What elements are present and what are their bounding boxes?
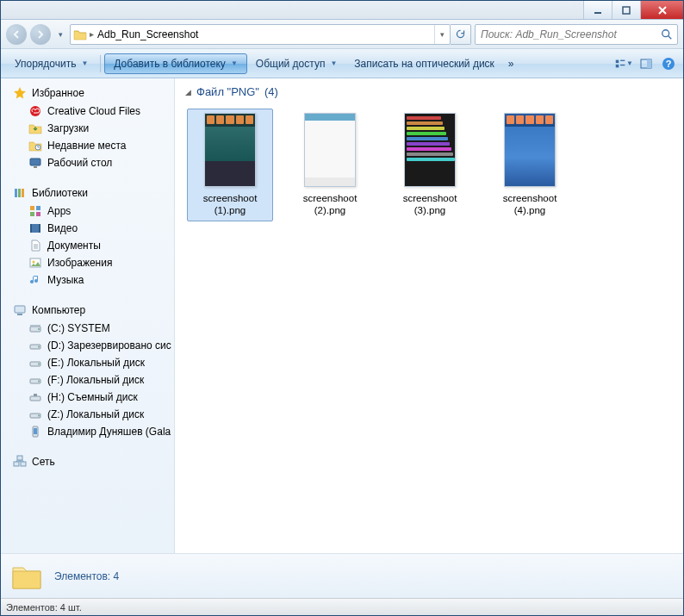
- file-name: screenshoot (3).png: [391, 192, 469, 217]
- apps-icon: [28, 204, 42, 218]
- sidebar-item-comp-2[interactable]: (E:) Локальный диск: [1, 354, 174, 371]
- address-dropdown[interactable]: ▾: [434, 25, 450, 44]
- svg-rect-19: [36, 206, 40, 210]
- svg-rect-18: [30, 206, 34, 210]
- sidebar-item-comp-1[interactable]: (D:) Зарезервировано сис: [1, 337, 174, 354]
- sidebar-item-label: Creative Cloud Files: [47, 105, 140, 117]
- svg-rect-8: [647, 59, 651, 68]
- sidebar-item-fav-0[interactable]: Creative Cloud Files: [1, 103, 174, 120]
- search-box[interactable]: [475, 24, 678, 45]
- favorites-label: Избранное: [32, 87, 84, 99]
- sidebar-item-lib-4[interactable]: Музыка: [1, 271, 174, 289]
- explorer-window: ▾ ▸ Adb_Run_Screenshot ▾ Упорядочить▼: [0, 0, 684, 616]
- help-button[interactable]: ?: [659, 54, 678, 73]
- svg-rect-20: [30, 212, 34, 216]
- file-name: screenshoot (2).png: [291, 192, 369, 217]
- network-group: Сеть: [1, 452, 174, 471]
- svg-rect-44: [14, 462, 19, 466]
- preview-icon: [639, 57, 653, 71]
- svg-rect-43: [34, 428, 37, 434]
- computer-label: Компьютер: [32, 304, 85, 316]
- address-bar[interactable]: ▸ Adb_Run_Screenshot ▾: [70, 24, 451, 45]
- breadcrumb-current[interactable]: Adb_Run_Screenshot: [94, 28, 434, 40]
- svg-text:?: ?: [666, 59, 672, 69]
- sidebar-item-fav-3[interactable]: Рабочий стол: [1, 154, 174, 171]
- sidebar-item-comp-3[interactable]: (F:) Локальный диск: [1, 371, 174, 389]
- sidebar-item-label: (D:) Зарезервировано сис: [47, 339, 171, 352]
- svg-rect-38: [30, 396, 40, 401]
- favorites-group: Избранное Creative Cloud FilesЗагрузкиНе…: [1, 84, 174, 171]
- history-dropdown[interactable]: ▾: [54, 24, 66, 45]
- sidebar-item-label: Apps: [47, 205, 71, 217]
- search-icon[interactable]: [656, 28, 677, 40]
- favorites-header[interactable]: Избранное: [1, 84, 174, 103]
- svg-rect-31: [30, 325, 40, 327]
- details-text: Элементов: 4: [54, 570, 119, 582]
- help-icon: ?: [662, 57, 675, 71]
- sidebar-item-comp-5[interactable]: (Z:) Локальный диск: [1, 406, 174, 423]
- forward-button[interactable]: [30, 24, 51, 45]
- content-pane[interactable]: ◢ Файл "PNG" (4) screenshoot (1).pngscre…: [175, 78, 683, 553]
- overflow-button[interactable]: »: [503, 53, 519, 74]
- svg-rect-3: [616, 59, 619, 63]
- overflow-label: »: [508, 58, 514, 70]
- drive-usb-icon: [28, 390, 42, 404]
- burn-button[interactable]: Записать на оптический диск: [345, 53, 503, 74]
- thumbnail: [504, 113, 556, 187]
- folder-icon: [71, 28, 90, 40]
- network-label: Сеть: [32, 456, 55, 468]
- include-label: Добавить в библиотеку: [114, 58, 226, 70]
- svg-rect-13: [30, 159, 40, 165]
- svg-point-26: [33, 261, 35, 264]
- svg-rect-16: [18, 189, 21, 197]
- navigation-pane[interactable]: Избранное Creative Cloud FilesЗагрузкиНе…: [1, 78, 175, 553]
- svg-rect-0: [594, 12, 601, 14]
- sidebar-item-fav-1[interactable]: Загрузки: [1, 120, 174, 137]
- sidebar-item-label: (Z:) Локальный диск: [47, 408, 144, 420]
- refresh-icon: [455, 28, 466, 40]
- file-item-0[interactable]: screenshoot (1).png: [187, 109, 273, 221]
- minimize-button[interactable]: [583, 1, 612, 19]
- drive-icon: [28, 356, 42, 370]
- sidebar-item-fav-2[interactable]: Недавние места: [1, 137, 174, 154]
- burn-label: Записать на оптический диск: [354, 58, 494, 70]
- sidebar-item-comp-0[interactable]: (C:) SYSTEM: [1, 320, 174, 337]
- view-options-button[interactable]: ▼: [614, 54, 633, 73]
- refresh-button[interactable]: [451, 24, 471, 45]
- libraries-group: Библиотеки AppsВидеоДокументыИзображения…: [1, 184, 174, 289]
- svg-rect-46: [17, 456, 22, 460]
- file-item-3[interactable]: screenshoot (4).png: [487, 109, 573, 221]
- maximize-button[interactable]: [612, 1, 640, 19]
- drive-icon: [28, 408, 42, 421]
- sidebar-item-lib-2[interactable]: Документы: [1, 237, 174, 254]
- file-group-header[interactable]: ◢ Файл "PNG" (4): [175, 78, 683, 105]
- sidebar-item-lib-3[interactable]: Изображения: [1, 254, 174, 271]
- sidebar-item-label: Загрузки: [47, 122, 89, 134]
- sidebar-item-lib-0[interactable]: Apps: [1, 202, 174, 220]
- svg-rect-15: [15, 189, 17, 197]
- svg-point-33: [38, 346, 40, 348]
- sidebar-item-label: Музыка: [47, 274, 84, 286]
- recent-icon: [28, 139, 42, 152]
- sidebar-item-comp-6[interactable]: Владимир Дуняшев (Gala: [1, 423, 174, 440]
- sidebar-item-comp-4[interactable]: (H:) Съемный диск: [1, 389, 174, 406]
- share-button[interactable]: Общий доступ▼: [247, 53, 346, 74]
- organize-button[interactable]: Упорядочить▼: [6, 53, 96, 74]
- file-name: screenshoot (4).png: [491, 192, 569, 217]
- search-input[interactable]: [476, 28, 656, 40]
- close-button[interactable]: [640, 1, 683, 19]
- file-item-2[interactable]: screenshoot (3).png: [387, 109, 473, 221]
- drive-icon: [28, 373, 42, 387]
- sidebar-item-lib-1[interactable]: Видео: [1, 220, 174, 237]
- desktop-icon: [28, 156, 42, 170]
- libraries-header[interactable]: Библиотеки: [1, 184, 174, 202]
- arrow-right-icon: [35, 29, 46, 40]
- back-button[interactable]: [6, 24, 27, 45]
- svg-point-37: [38, 381, 40, 383]
- folder-large-icon: [9, 559, 44, 594]
- include-library-button[interactable]: Добавить в библиотеку▼: [104, 53, 246, 74]
- preview-pane-button[interactable]: [637, 54, 656, 73]
- network-header[interactable]: Сеть: [1, 452, 174, 471]
- computer-header[interactable]: Компьютер: [1, 301, 174, 320]
- file-item-1[interactable]: screenshoot (2).png: [287, 109, 373, 221]
